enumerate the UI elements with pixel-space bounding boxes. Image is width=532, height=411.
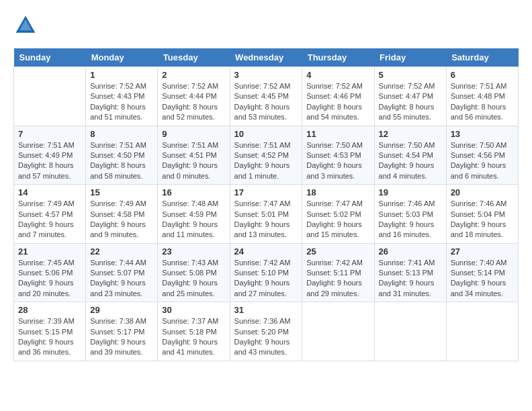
day-info: Sunrise: 7:46 AMSunset: 5:04 PMDaylight:… <box>451 199 514 240</box>
day-number: 14 <box>18 187 81 197</box>
day-number: 18 <box>306 187 369 197</box>
day-number: 19 <box>379 187 442 197</box>
day-number: 31 <box>234 305 298 315</box>
day-info: Sunrise: 7:47 AMSunset: 5:02 PMDaylight:… <box>306 199 369 240</box>
day-number: 5 <box>379 70 442 80</box>
day-cell: 8Sunrise: 7:51 AMSunset: 4:50 PMDaylight… <box>86 126 158 185</box>
day-number: 27 <box>451 246 514 257</box>
day-number: 23 <box>162 246 225 257</box>
weekday-header-row: SundayMondayTuesdayWednesdayThursdayFrid… <box>14 48 519 67</box>
day-cell <box>14 67 86 126</box>
day-info: Sunrise: 7:36 AMSunset: 5:20 PMDaylight:… <box>234 316 298 358</box>
day-number: 22 <box>90 246 153 257</box>
week-row-5: 28Sunrise: 7:39 AMSunset: 5:15 PMDayligh… <box>14 302 519 361</box>
day-cell: 20Sunrise: 7:46 AMSunset: 5:04 PMDayligh… <box>446 185 518 244</box>
day-number: 1 <box>90 70 153 80</box>
day-cell: 10Sunrise: 7:51 AMSunset: 4:52 PMDayligh… <box>230 126 302 185</box>
day-info: Sunrise: 7:45 AMSunset: 5:06 PMDaylight:… <box>18 258 81 300</box>
day-info: Sunrise: 7:50 AMSunset: 4:53 PMDaylight:… <box>306 140 369 182</box>
day-cell: 13Sunrise: 7:50 AMSunset: 4:56 PMDayligh… <box>446 126 518 185</box>
day-info: Sunrise: 7:50 AMSunset: 4:56 PMDaylight:… <box>451 140 514 182</box>
week-row-2: 7Sunrise: 7:51 AMSunset: 4:49 PMDaylight… <box>14 126 519 185</box>
day-number: 2 <box>162 70 225 80</box>
day-cell: 11Sunrise: 7:50 AMSunset: 4:53 PMDayligh… <box>302 126 374 185</box>
day-number: 11 <box>306 129 369 139</box>
day-info: Sunrise: 7:38 AMSunset: 5:17 PMDaylight:… <box>90 316 153 358</box>
day-info: Sunrise: 7:40 AMSunset: 5:14 PMDaylight:… <box>451 258 514 300</box>
day-info: Sunrise: 7:42 AMSunset: 5:11 PMDaylight:… <box>306 258 369 300</box>
day-number: 26 <box>379 246 442 257</box>
day-cell: 15Sunrise: 7:49 AMSunset: 4:58 PMDayligh… <box>86 185 158 244</box>
weekday-header-thursday: Thursday <box>302 48 374 67</box>
day-info: Sunrise: 7:51 AMSunset: 4:48 PMDaylight:… <box>451 81 514 123</box>
day-cell: 9Sunrise: 7:51 AMSunset: 4:51 PMDaylight… <box>158 126 230 185</box>
day-number: 12 <box>379 129 442 139</box>
page-header <box>13 13 519 38</box>
day-info: Sunrise: 7:37 AMSunset: 5:18 PMDaylight:… <box>162 316 225 358</box>
day-cell: 3Sunrise: 7:52 AMSunset: 4:45 PMDaylight… <box>230 67 302 126</box>
day-number: 4 <box>306 70 369 80</box>
day-info: Sunrise: 7:44 AMSunset: 5:07 PMDaylight:… <box>90 258 153 300</box>
day-cell <box>446 302 518 361</box>
day-cell: 27Sunrise: 7:40 AMSunset: 5:14 PMDayligh… <box>446 243 518 302</box>
day-number: 3 <box>234 70 298 80</box>
day-info: Sunrise: 7:51 AMSunset: 4:50 PMDaylight:… <box>90 140 153 182</box>
day-number: 13 <box>451 129 514 139</box>
day-cell: 26Sunrise: 7:41 AMSunset: 5:13 PMDayligh… <box>374 243 446 302</box>
weekday-header-saturday: Saturday <box>446 48 518 67</box>
calendar: SundayMondayTuesdayWednesdayThursdayFrid… <box>13 48 519 361</box>
day-cell <box>302 302 374 361</box>
day-info: Sunrise: 7:49 AMSunset: 4:58 PMDaylight:… <box>90 199 153 240</box>
day-info: Sunrise: 7:52 AMSunset: 4:45 PMDaylight:… <box>234 81 298 123</box>
day-cell: 12Sunrise: 7:50 AMSunset: 4:54 PMDayligh… <box>374 126 446 185</box>
day-number: 24 <box>234 246 298 257</box>
day-number: 28 <box>18 305 81 315</box>
day-cell: 18Sunrise: 7:47 AMSunset: 5:02 PMDayligh… <box>302 185 374 244</box>
day-cell: 6Sunrise: 7:51 AMSunset: 4:48 PMDaylight… <box>446 67 518 126</box>
day-cell: 14Sunrise: 7:49 AMSunset: 4:57 PMDayligh… <box>14 185 86 244</box>
day-number: 21 <box>18 246 81 257</box>
logo <box>13 13 40 38</box>
day-number: 16 <box>162 187 225 197</box>
weekday-header-sunday: Sunday <box>14 48 86 67</box>
day-cell: 25Sunrise: 7:42 AMSunset: 5:11 PMDayligh… <box>302 243 374 302</box>
weekday-header-wednesday: Wednesday <box>230 48 302 67</box>
day-info: Sunrise: 7:43 AMSunset: 5:08 PMDaylight:… <box>162 258 225 300</box>
day-number: 7 <box>18 129 81 139</box>
week-row-1: 1Sunrise: 7:52 AMSunset: 4:43 PMDaylight… <box>14 67 519 126</box>
day-cell: 29Sunrise: 7:38 AMSunset: 5:17 PMDayligh… <box>86 302 158 361</box>
day-info: Sunrise: 7:48 AMSunset: 4:59 PMDaylight:… <box>162 199 225 240</box>
day-info: Sunrise: 7:46 AMSunset: 5:03 PMDaylight:… <box>379 199 442 240</box>
day-info: Sunrise: 7:42 AMSunset: 5:10 PMDaylight:… <box>234 258 298 300</box>
day-info: Sunrise: 7:47 AMSunset: 5:01 PMDaylight:… <box>234 199 298 240</box>
weekday-header-friday: Friday <box>374 48 446 67</box>
day-cell <box>374 302 446 361</box>
day-number: 29 <box>90 305 153 315</box>
day-cell: 22Sunrise: 7:44 AMSunset: 5:07 PMDayligh… <box>86 243 158 302</box>
day-info: Sunrise: 7:51 AMSunset: 4:49 PMDaylight:… <box>18 140 81 182</box>
weekday-header-monday: Monday <box>86 48 158 67</box>
day-info: Sunrise: 7:51 AMSunset: 4:51 PMDaylight:… <box>162 140 225 182</box>
day-cell: 16Sunrise: 7:48 AMSunset: 4:59 PMDayligh… <box>158 185 230 244</box>
day-info: Sunrise: 7:52 AMSunset: 4:43 PMDaylight:… <box>90 81 153 123</box>
day-number: 10 <box>234 129 298 139</box>
day-number: 25 <box>306 246 369 257</box>
day-number: 30 <box>162 305 225 315</box>
day-info: Sunrise: 7:52 AMSunset: 4:47 PMDaylight:… <box>379 81 442 123</box>
weekday-header-tuesday: Tuesday <box>158 48 230 67</box>
day-number: 20 <box>451 187 514 197</box>
day-cell: 31Sunrise: 7:36 AMSunset: 5:20 PMDayligh… <box>230 302 302 361</box>
logo-icon <box>13 13 38 38</box>
day-number: 8 <box>90 129 153 139</box>
day-info: Sunrise: 7:49 AMSunset: 4:57 PMDaylight:… <box>18 199 81 240</box>
day-cell: 28Sunrise: 7:39 AMSunset: 5:15 PMDayligh… <box>14 302 86 361</box>
day-cell: 30Sunrise: 7:37 AMSunset: 5:18 PMDayligh… <box>158 302 230 361</box>
day-cell: 24Sunrise: 7:42 AMSunset: 5:10 PMDayligh… <box>230 243 302 302</box>
day-cell: 19Sunrise: 7:46 AMSunset: 5:03 PMDayligh… <box>374 185 446 244</box>
day-number: 17 <box>234 187 298 197</box>
day-number: 6 <box>451 70 514 80</box>
day-cell: 17Sunrise: 7:47 AMSunset: 5:01 PMDayligh… <box>230 185 302 244</box>
day-cell: 7Sunrise: 7:51 AMSunset: 4:49 PMDaylight… <box>14 126 86 185</box>
day-cell: 23Sunrise: 7:43 AMSunset: 5:08 PMDayligh… <box>158 243 230 302</box>
day-info: Sunrise: 7:41 AMSunset: 5:13 PMDaylight:… <box>379 258 442 300</box>
